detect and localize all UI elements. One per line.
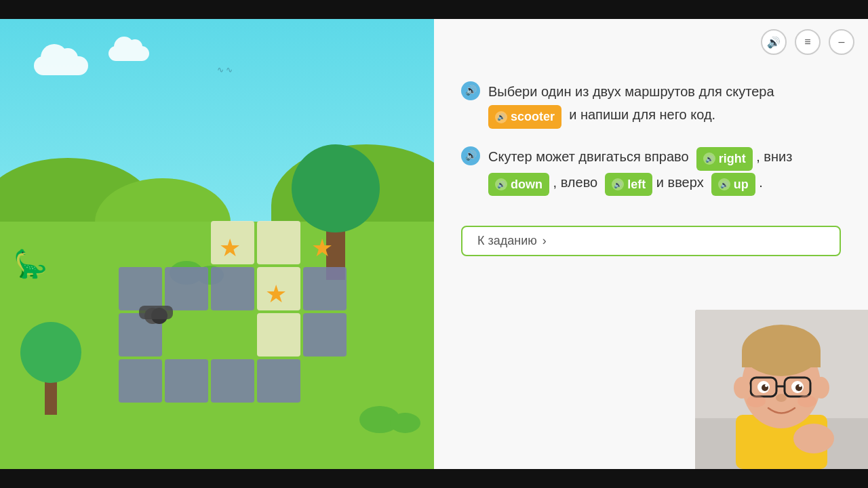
tag-up: 🔊 up: [711, 173, 755, 197]
scooter-label: scooter: [511, 106, 555, 127]
task-button[interactable]: К заданию ›: [461, 226, 841, 256]
task-button-arrow: ›: [542, 234, 547, 248]
svg-point-44: [813, 377, 829, 399]
svg-rect-0: [119, 221, 162, 264]
svg-point-45: [747, 395, 766, 407]
svg-text:★: ★: [219, 234, 241, 262]
instruction-text-2: Скутер может двигаться вправо 🔊 right , …: [488, 145, 841, 197]
text-before-right: Скутер может двигаться вправо: [488, 149, 689, 164]
svg-rect-16: [165, 359, 208, 403]
right-panel: 🔊 ≡ – 🔊 Выбери один из двух маршрутов дл…: [434, 19, 868, 469]
maze-svg: ★ ★ ★: [119, 221, 383, 431]
black-bar-bottom: [0, 469, 868, 488]
tag-down: 🔊 down: [488, 173, 549, 197]
svg-rect-18: [257, 359, 300, 403]
close-icon: –: [839, 36, 845, 48]
svg-rect-11: [165, 313, 208, 357]
svg-point-47: [793, 424, 834, 453]
volume-icon: 🔊: [767, 36, 781, 49]
maze-area: ★ ★ ★: [119, 221, 376, 424]
svg-rect-9: [303, 267, 347, 310]
tree-small-left: [20, 317, 81, 415]
black-bar-top: [0, 0, 868, 19]
svg-rect-17: [211, 359, 254, 403]
speaker-icon-1: 🔊: [465, 82, 477, 99]
down-label: down: [511, 174, 542, 195]
tag-sound-left: 🔊: [612, 178, 624, 190]
svg-point-46: [797, 395, 816, 407]
task-button-label: К заданию: [477, 234, 537, 248]
text-mid1: , вниз: [756, 149, 792, 164]
sound-icon-1[interactable]: 🔊: [461, 81, 480, 100]
svg-rect-14: [303, 313, 347, 357]
tree-small-left-foliage: [20, 322, 81, 383]
svg-rect-12: [211, 313, 254, 357]
svg-rect-25: [139, 306, 173, 319]
svg-point-41: [799, 384, 802, 387]
game-panel: ∿ ∿ 🦕: [0, 19, 434, 469]
instruction-text-1: Выбери один из двух маршрутов для скутер…: [488, 80, 841, 129]
tag-sound-down: 🔊: [495, 178, 507, 190]
svg-point-38: [765, 384, 768, 387]
text-end: .: [759, 175, 763, 190]
sound-icon-2[interactable]: 🔊: [461, 146, 480, 165]
tag-right: 🔊 right: [696, 147, 753, 171]
svg-rect-5: [119, 267, 162, 310]
svg-rect-32: [742, 350, 821, 367]
svg-text:★: ★: [265, 280, 287, 308]
kid-face-svg: [695, 310, 868, 469]
svg-point-42: [776, 394, 787, 402]
cloud-2: [108, 46, 149, 61]
menu-button[interactable]: ≡: [795, 29, 821, 55]
close-button[interactable]: –: [829, 29, 854, 55]
webcam-overlay: [695, 310, 868, 469]
tag-sound-up: 🔊: [718, 178, 730, 190]
svg-point-43: [734, 377, 750, 399]
text-mid3: и вверх: [656, 175, 704, 190]
tree-big-foliage: [292, 144, 380, 232]
svg-text:★: ★: [311, 234, 333, 262]
text-before-scooter: Выбери один из двух маршрутов для скутер…: [488, 84, 774, 99]
instruction-block-2: 🔊 Скутер может двигаться вправо 🔊 right …: [461, 145, 841, 197]
svg-rect-13: [257, 313, 300, 357]
cloud-1: [34, 56, 88, 75]
main-content: ∿ ∿ 🦕: [0, 19, 868, 469]
svg-rect-15: [119, 359, 162, 403]
instructions: 🔊 Выбери один из двух маршрутов для скут…: [461, 80, 841, 212]
birds: ∿ ∿: [217, 65, 233, 75]
tag-scooter: 🔊 scooter: [488, 105, 561, 129]
bush-4: [390, 413, 420, 433]
tag-left: 🔊 left: [605, 173, 652, 197]
svg-rect-19: [303, 359, 347, 403]
toolbar: 🔊 ≡ –: [761, 29, 854, 55]
volume-button[interactable]: 🔊: [761, 29, 787, 55]
webcam-feed: [695, 310, 868, 469]
left-label: left: [627, 174, 646, 195]
tree-small-left-trunk: [45, 378, 57, 415]
menu-icon: ≡: [804, 36, 810, 48]
text-after-scooter: и напиши для него код.: [569, 107, 715, 122]
instruction-block-1: 🔊 Выбери один из двух маршрутов для скут…: [461, 80, 841, 129]
svg-rect-6: [165, 267, 208, 310]
character-dino: 🦕: [14, 248, 47, 280]
tag-sound-right: 🔊: [703, 152, 715, 165]
svg-rect-1: [165, 221, 208, 264]
svg-rect-3: [257, 221, 300, 264]
up-label: up: [734, 174, 749, 195]
text-mid2: , влево: [553, 175, 598, 190]
svg-rect-7: [211, 267, 254, 310]
tag-sound-scooter: 🔊: [495, 111, 507, 123]
speaker-icon-2: 🔊: [465, 147, 477, 164]
right-label: right: [719, 148, 746, 169]
